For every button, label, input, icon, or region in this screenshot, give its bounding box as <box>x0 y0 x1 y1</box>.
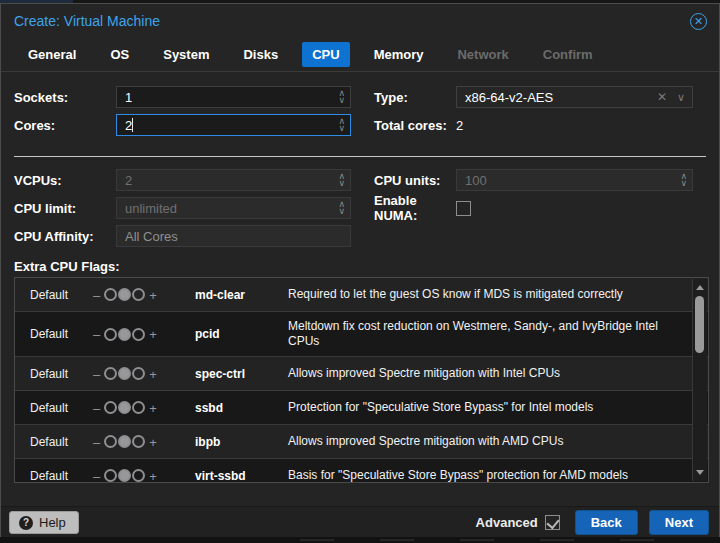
scroll-down-icon[interactable] <box>696 470 704 475</box>
slider-off-dot[interactable] <box>104 435 117 448</box>
flag-tristate-slider[interactable] <box>93 365 195 383</box>
minus-icon[interactable] <box>93 325 103 343</box>
type-label: Type: <box>374 90 456 105</box>
flag-tristate-slider[interactable] <box>93 467 195 484</box>
slider-on-dot[interactable] <box>132 288 145 301</box>
cores-input[interactable] <box>116 114 351 136</box>
cpu-flags-list: Default md-clear Required to let the gue… <box>14 277 709 483</box>
tab-general[interactable]: General <box>18 42 86 67</box>
flag-name: ibpb <box>195 435 288 449</box>
sockets-spinner[interactable]: ∧∨ <box>338 87 345 107</box>
cpu-affinity-input[interactable] <box>116 225 351 247</box>
minus-icon[interactable] <box>93 467 103 484</box>
advanced-checkbox[interactable] <box>545 515 560 530</box>
slider-on-dot[interactable] <box>132 401 145 414</box>
slider-default-dot[interactable] <box>118 328 131 341</box>
slider-on-dot[interactable] <box>132 435 145 448</box>
tab-network: Network <box>447 42 518 67</box>
cpu-units-field-wrap: ∧∨ <box>456 169 693 191</box>
enable-numa-checkbox[interactable] <box>456 201 471 216</box>
wizard-tabbar: General OS System Disks CPU Memory Netwo… <box>1 38 719 72</box>
flag-state: Default <box>30 469 93 483</box>
spinner-down-icon[interactable]: ∨ <box>338 97 345 104</box>
flag-description: Protection for "Speculative Store Bypass… <box>288 396 688 419</box>
slider-off-dot[interactable] <box>104 367 117 380</box>
clear-icon[interactable] <box>657 90 667 104</box>
plus-icon[interactable] <box>146 286 157 304</box>
tab-system[interactable]: System <box>153 42 219 67</box>
spinner-down-icon[interactable]: ∨ <box>338 125 345 132</box>
footer-actions: Advanced Back Next <box>476 510 709 535</box>
slider-on-dot[interactable] <box>132 328 145 341</box>
flag-row-ibpb[interactable]: Default ibpb Allows improved Spectre mit… <box>15 425 708 459</box>
flag-row-md-clear[interactable]: Default md-clear Required to let the gue… <box>15 278 708 312</box>
next-button[interactable]: Next <box>649 510 709 535</box>
slider-default-dot[interactable] <box>118 367 131 380</box>
slider-off-dot[interactable] <box>104 401 117 414</box>
sockets-input[interactable] <box>116 86 351 108</box>
slider-on-dot[interactable] <box>132 469 145 482</box>
flag-description: Allows improved Spectre mitigation with … <box>288 430 688 453</box>
flag-name: spec-ctrl <box>195 367 288 381</box>
advanced-label: Advanced <box>476 515 538 530</box>
plus-icon[interactable] <box>146 399 157 417</box>
text-cursor <box>132 118 133 132</box>
tab-os[interactable]: OS <box>100 42 139 67</box>
flag-description: Basis for "Speculative Store Bypass" pro… <box>288 464 688 483</box>
flag-row-pcid[interactable]: Default pcid Meltdown fix cost reduction… <box>15 312 708 357</box>
flag-tristate-slider[interactable] <box>93 286 195 304</box>
minus-icon[interactable] <box>93 433 103 451</box>
help-button[interactable]: Help <box>9 511 79 534</box>
slider-default-dot[interactable] <box>118 435 131 448</box>
flag-tristate-slider[interactable] <box>93 399 195 417</box>
flag-name: ssbd <box>195 401 288 415</box>
cpu-units-spinner: ∧∨ <box>680 170 687 190</box>
cpu-affinity-label: CPU Affinity: <box>14 229 116 244</box>
flag-row-ssbd[interactable]: Default ssbd Protection for "Speculative… <box>15 391 708 425</box>
flag-tristate-slider[interactable] <box>93 433 195 451</box>
flag-tristate-slider[interactable] <box>93 325 195 343</box>
minus-icon[interactable] <box>93 365 103 383</box>
scrollbar[interactable] <box>692 279 707 481</box>
slider-off-dot[interactable] <box>104 328 117 341</box>
slider-default-dot[interactable] <box>118 288 131 301</box>
plus-icon[interactable] <box>146 467 157 484</box>
vcpus-label: VCPUs: <box>14 173 116 188</box>
cpu-form: Sockets: ∧∨ Type: Cores: ∧∨ Total cores:… <box>1 72 719 506</box>
vcpus-field-wrap: ∧∨ <box>116 169 351 191</box>
spinner-down-icon: ∨ <box>680 180 687 187</box>
cpu-units-label: CPU units: <box>374 173 456 188</box>
cpu-affinity-field-wrap <box>116 225 351 247</box>
flag-state: Default <box>30 401 93 415</box>
chevron-down-icon[interactable] <box>677 91 685 104</box>
flag-row-virt-ssbd[interactable]: Default virt-ssbd Basis for "Speculative… <box>15 459 708 483</box>
scroll-up-icon[interactable] <box>696 285 704 290</box>
plus-icon[interactable] <box>146 433 157 451</box>
minus-icon[interactable] <box>93 286 103 304</box>
cpu-limit-spinner: ∧∨ <box>338 198 345 218</box>
help-button-label: Help <box>39 515 66 530</box>
close-icon[interactable] <box>690 13 707 30</box>
scrollbar-thumb[interactable] <box>695 296 704 353</box>
back-button[interactable]: Back <box>575 510 638 535</box>
slider-off-dot[interactable] <box>104 469 117 482</box>
flag-row-spec-ctrl[interactable]: Default spec-ctrl Allows improved Spectr… <box>15 357 708 391</box>
plus-icon[interactable] <box>146 365 157 383</box>
flag-description: Allows improved Spectre mitigation with … <box>288 362 688 385</box>
slider-default-dot[interactable] <box>118 401 131 414</box>
cores-spinner[interactable]: ∧∨ <box>338 115 345 135</box>
tab-disks[interactable]: Disks <box>233 42 288 67</box>
dialog-footer: Help Advanced Back Next <box>1 506 719 538</box>
spinner-down-icon: ∨ <box>338 208 345 215</box>
slider-on-dot[interactable] <box>132 367 145 380</box>
cpu-limit-field-wrap: ∧∨ <box>116 197 351 219</box>
cores-field-wrap: ∧∨ <box>116 114 351 136</box>
sockets-field-wrap: ∧∨ <box>116 86 351 108</box>
minus-icon[interactable] <box>93 399 103 417</box>
vcpus-input <box>116 169 351 191</box>
plus-icon[interactable] <box>146 325 157 343</box>
tab-memory[interactable]: Memory <box>364 42 434 67</box>
tab-cpu[interactable]: CPU <box>302 42 349 67</box>
slider-default-dot[interactable] <box>118 469 131 482</box>
slider-off-dot[interactable] <box>104 288 117 301</box>
